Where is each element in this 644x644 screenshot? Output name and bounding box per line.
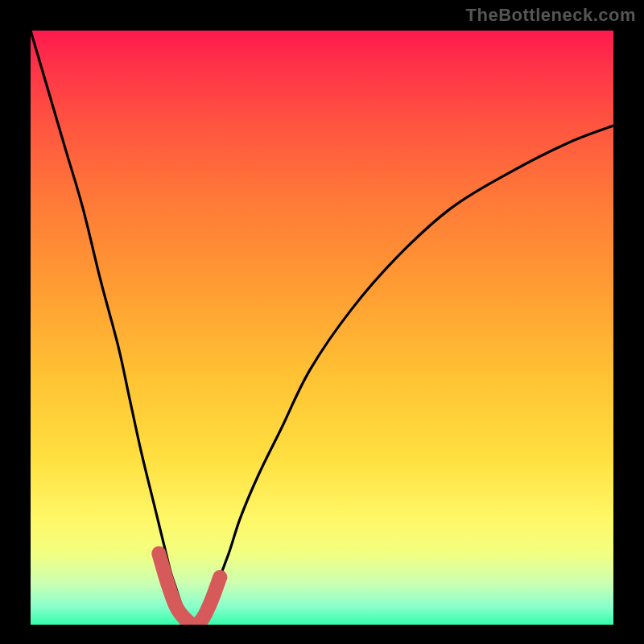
optimal-range-highlight: [159, 553, 220, 625]
plot-area: [31, 31, 613, 625]
chart-svg: [31, 31, 613, 625]
attribution-watermark: TheBottleneck.com: [466, 5, 636, 26]
chart-frame: TheBottleneck.com: [0, 0, 644, 644]
bottleneck-curve: [31, 31, 613, 625]
